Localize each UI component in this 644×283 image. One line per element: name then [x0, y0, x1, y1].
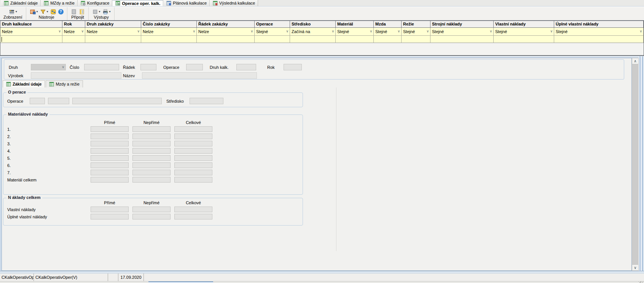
material-input[interactable]: [132, 170, 171, 175]
radek-field[interactable]: [140, 64, 156, 70]
filter-value-input[interactable]: [290, 36, 336, 43]
chevron-down-icon[interactable]: ∨: [550, 29, 553, 35]
column-header[interactable]: Středisko: [290, 21, 336, 28]
material-input[interactable]: [174, 126, 212, 132]
tab-planova-kalkulace[interactable]: Plánová kalkulace: [163, 0, 210, 6]
material-input[interactable]: [174, 141, 212, 146]
naklady-input[interactable]: [132, 207, 171, 212]
druh-kalk-field[interactable]: [236, 64, 256, 70]
naklady-input[interactable]: [132, 214, 171, 219]
filter-value-input[interactable]: [197, 36, 255, 43]
chevron-down-icon[interactable]: ∨: [370, 29, 372, 35]
resize-grip[interactable]: [639, 281, 643, 283]
column-header[interactable]: Režie: [402, 21, 430, 28]
material-total-input[interactable]: [132, 177, 171, 183]
filter-operator-select[interactable]: Stejné∨: [554, 28, 644, 36]
material-input[interactable]: [132, 141, 171, 146]
filter-operator-select[interactable]: Stejné∨: [336, 28, 374, 36]
material-total-input[interactable]: [174, 177, 212, 183]
material-input[interactable]: [174, 148, 212, 154]
filter-operator-select[interactable]: Stejné∨: [374, 28, 402, 36]
material-input[interactable]: [91, 141, 129, 146]
material-input[interactable]: [174, 155, 212, 161]
tab-zakladni-udaje[interactable]: Základní údaje: [1, 0, 41, 6]
naklady-input[interactable]: [91, 214, 129, 219]
column-header[interactable]: Druh kalkulace: [0, 21, 62, 28]
column-header[interactable]: Řádek zakázky: [197, 21, 255, 28]
chevron-down-icon[interactable]: ∨: [193, 29, 195, 35]
scroll-down-button[interactable]: ∨: [632, 264, 639, 271]
naklady-input[interactable]: [174, 214, 212, 219]
filter-value-input[interactable]: [494, 36, 554, 43]
filter-value-input[interactable]: [141, 36, 197, 43]
column-header[interactable]: Operace: [255, 21, 290, 28]
filter-operator-select[interactable]: Stejné∨: [430, 28, 494, 36]
filter-value-input[interactable]: [402, 36, 430, 43]
subtab-mzdy-a-rezie[interactable]: Mzdy a režie: [46, 80, 83, 87]
settings-card-button[interactable]: [50, 9, 56, 15]
filter-value-input[interactable]: [374, 36, 402, 43]
stredisko-field[interactable]: [190, 98, 223, 104]
filter-operator-select[interactable]: Nelze∨: [62, 28, 85, 36]
filter-value-input[interactable]: [336, 36, 374, 43]
vyrobek-field[interactable]: [31, 72, 121, 79]
chevron-down-icon[interactable]: ∨: [332, 29, 334, 35]
filter-value-input[interactable]: [62, 36, 85, 43]
filter-operator-select[interactable]: Nelze∨: [0, 28, 62, 36]
filter-button[interactable]: ▾: [40, 9, 48, 15]
column-header[interactable]: Rok: [62, 21, 85, 28]
chevron-down-icon[interactable]: ∨: [58, 29, 61, 35]
view-menu-button[interactable]: ▾: [9, 9, 17, 15]
material-input[interactable]: [91, 162, 129, 168]
operace-code2-field[interactable]: [48, 98, 69, 104]
material-input[interactable]: [91, 148, 129, 154]
column-header[interactable]: Materiál: [336, 21, 374, 28]
filter-operator-select[interactable]: Stejné∨: [494, 28, 554, 36]
tab-konfigurace[interactable]: Konfigurace: [78, 0, 113, 6]
filter-value-input[interactable]: [85, 36, 141, 43]
chevron-down-icon[interactable]: ∨: [137, 29, 140, 35]
column-header[interactable]: Číslo zakázky: [141, 21, 197, 28]
tab-mzdy-a-rezie[interactable]: MZdy a režie: [41, 0, 78, 6]
attach-list-button[interactable]: [79, 9, 85, 15]
operace-name-field[interactable]: [72, 98, 162, 104]
column-header[interactable]: Vlastní náklady: [494, 21, 554, 28]
druh-combobox[interactable]: ∨: [31, 64, 66, 70]
chevron-down-icon[interactable]: ∨: [489, 29, 492, 35]
vertical-scrollbar[interactable]: ∧ ∨: [632, 58, 639, 271]
column-header[interactable]: Strojní náklady: [430, 21, 494, 28]
material-input[interactable]: [91, 126, 129, 132]
filter-value-input[interactable]: [554, 36, 644, 43]
column-header[interactable]: Úplné vlastní náklady: [554, 21, 644, 28]
filter-operator-select[interactable]: Začíná na∨: [290, 28, 336, 36]
material-input[interactable]: [132, 155, 171, 161]
filter-operator-select[interactable]: Nelze∨: [197, 28, 255, 36]
filter-operator-select[interactable]: Stejné∨: [255, 28, 290, 36]
material-input[interactable]: [91, 134, 129, 139]
material-input[interactable]: [91, 155, 129, 161]
material-input[interactable]: [132, 126, 171, 132]
naklady-input[interactable]: [174, 207, 212, 212]
material-input[interactable]: [91, 170, 129, 175]
filter-value-input[interactable]: [255, 36, 290, 43]
material-input[interactable]: [174, 170, 212, 175]
chevron-down-icon[interactable]: ∨: [286, 29, 289, 35]
material-total-input[interactable]: [91, 177, 129, 183]
nazev-field[interactable]: [142, 72, 257, 79]
material-input[interactable]: [174, 134, 212, 139]
chevron-down-icon[interactable]: ∨: [639, 29, 642, 35]
subtab-zakladni-udaje[interactable]: Základní údaje: [3, 80, 45, 87]
attach-document-button[interactable]: [71, 9, 77, 15]
naklady-input[interactable]: [91, 207, 129, 212]
filter-operator-select[interactable]: Nelze∨: [85, 28, 141, 36]
material-input[interactable]: [132, 134, 171, 139]
operace-code-field[interactable]: [30, 98, 45, 104]
help-button[interactable]: ?: [58, 9, 64, 14]
column-header[interactable]: Mzda: [374, 21, 402, 28]
chevron-down-icon[interactable]: ∨: [250, 29, 253, 35]
rok-field[interactable]: [284, 64, 302, 70]
tab-operace-oper-kalk[interactable]: Operace oper. kalk.: [112, 0, 163, 6]
column-header[interactable]: Druh zakázky: [85, 21, 141, 28]
material-input[interactable]: [174, 162, 212, 168]
filter-value-input[interactable]: [430, 36, 494, 43]
